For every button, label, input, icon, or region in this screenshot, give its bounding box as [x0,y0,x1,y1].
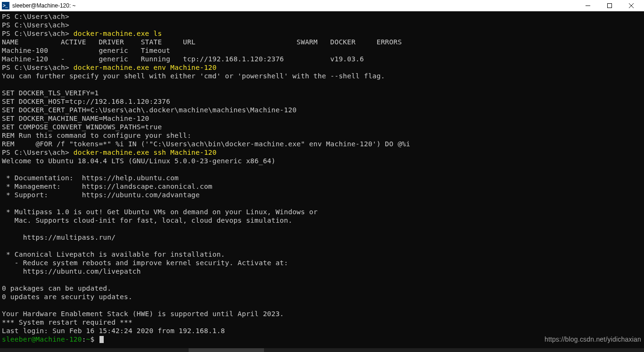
terminal-window: >_ sleeber@Machine-120: ~ PS C:\Users\ac… [0,0,644,352]
taskbar-sliver [0,348,644,352]
maximize-button[interactable] [599,0,620,11]
powershell-icon: >_ [2,2,9,9]
cursor [99,336,104,343]
terminal-body[interactable]: PS C:\Users\ach> PS C:\Users\ach> PS C:\… [0,11,644,348]
watermark: https://blog.csdn.net/yidichaxian [545,335,641,344]
taskbar-highlight [189,348,264,352]
close-button[interactable] [620,0,642,11]
window-title: sleeber@Machine-120: ~ [12,2,76,9]
minimize-button[interactable] [577,0,599,11]
svg-rect-1 [608,3,612,8]
titlebar[interactable]: >_ sleeber@Machine-120: ~ [0,0,644,11]
window-controls [577,0,642,11]
